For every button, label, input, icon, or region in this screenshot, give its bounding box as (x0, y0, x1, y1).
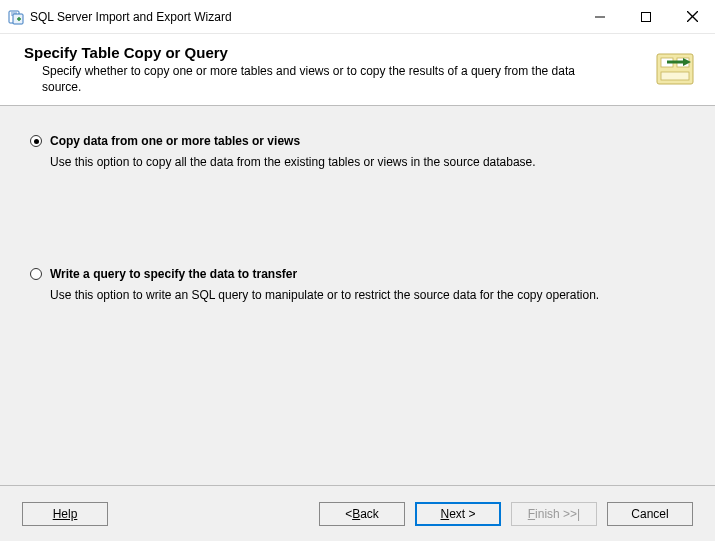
header-title: Specify Table Copy or Query (24, 44, 643, 61)
finish-button: Finish >>| (511, 502, 597, 526)
header-description: Specify whether to copy one or more tabl… (24, 63, 643, 95)
window-controls (577, 0, 715, 34)
maximize-button[interactable] (623, 0, 669, 34)
next-button[interactable]: Next > (415, 502, 501, 526)
wizard-icon (651, 44, 699, 92)
back-hotkey: B (352, 507, 360, 521)
back-suffix: ack (360, 507, 379, 521)
option-copy-description: Use this option to copy all the data fro… (50, 154, 689, 170)
titlebar: SQL Server Import and Export Wizard (0, 0, 715, 34)
help-label: Help (53, 507, 78, 521)
wizard-footer: Help < Back Next > Finish >>| Cancel (0, 485, 715, 541)
wizard-content: Copy data from one or more tables or vie… (0, 106, 715, 485)
radio-write-query[interactable] (30, 268, 42, 280)
svg-rect-10 (661, 72, 689, 80)
option-query-description: Use this option to write an SQL query to… (50, 287, 689, 303)
cancel-label: Cancel (631, 507, 668, 521)
back-button[interactable]: < Back (319, 502, 405, 526)
option-query-label: Write a query to specify the data to tra… (50, 267, 297, 281)
cancel-button[interactable]: Cancel (607, 502, 693, 526)
window-title: SQL Server Import and Export Wizard (30, 10, 577, 24)
next-suffix: ext > (449, 507, 475, 521)
wizard-header: Specify Table Copy or Query Specify whet… (0, 34, 715, 106)
finish-hotkey: F (528, 507, 535, 521)
header-text-block: Specify Table Copy or Query Specify whet… (24, 44, 643, 95)
close-button[interactable] (669, 0, 715, 34)
app-icon (8, 9, 24, 25)
help-button[interactable]: Help (22, 502, 108, 526)
radio-copy-tables[interactable] (30, 135, 42, 147)
option-copy-label: Copy data from one or more tables or vie… (50, 134, 300, 148)
minimize-button[interactable] (577, 0, 623, 34)
back-prefix: < (345, 507, 352, 521)
next-hotkey: N (440, 507, 449, 521)
svg-rect-3 (642, 12, 651, 21)
option-write-query[interactable]: Write a query to specify the data to tra… (30, 267, 689, 303)
option-copy-tables[interactable]: Copy data from one or more tables or vie… (30, 134, 689, 170)
finish-suffix: inish >>| (535, 507, 580, 521)
